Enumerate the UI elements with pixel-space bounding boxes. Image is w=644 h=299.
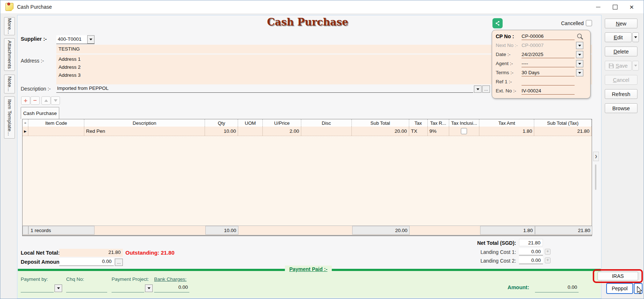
grid-data-row[interactable]: ▶Red Pen10.002.0020.00TX9%1.8021.80 <box>23 127 592 136</box>
grid-scrollbar-thumb[interactable] <box>595 164 596 190</box>
cell-sub-total-tax[interactable]: 21.80 <box>534 127 592 136</box>
supplier-dropdown-button[interactable] <box>87 35 94 44</box>
cell-tax-inclusive[interactable] <box>449 127 480 136</box>
payment-by-dropdown-button[interactable] <box>55 284 62 292</box>
maximize-button[interactable] <box>607 1 623 12</box>
column-header-item-code[interactable]: Item Code <box>28 119 84 127</box>
outstanding-amount: Outstanding: 21.80 <box>125 250 174 256</box>
info-row-ref-1: Ref 1 :- <box>492 78 590 87</box>
info-row-dropdown-button[interactable] <box>576 60 583 67</box>
supplier-combo[interactable]: 400-T0001 <box>56 35 94 44</box>
button-label: Save <box>616 63 628 69</box>
info-row-value[interactable]: CP-00007 <box>522 41 575 49</box>
column-header-tax-rate[interactable]: Tax R... <box>428 119 449 127</box>
add-row-button[interactable]: + <box>21 96 30 105</box>
column-header-sub-total-tax[interactable]: Sub Total (Tax) <box>534 119 592 127</box>
column-header-tax-amt[interactable]: Tax Amt <box>479 119 534 127</box>
description-more-button[interactable]: … <box>482 85 490 93</box>
iras-button[interactable]: IRAS <box>597 272 638 280</box>
refresh-button[interactable]: Refresh <box>605 89 637 99</box>
info-row-dropdown-button[interactable] <box>576 42 583 49</box>
info-row-value[interactable]: 30 Days <box>522 69 575 76</box>
description-dropdown-button[interactable] <box>474 85 482 93</box>
bank-charges-label[interactable]: Bank Charges: <box>154 276 186 282</box>
info-row-value[interactable]: ---- <box>522 60 575 67</box>
info-row-value[interactable]: 24/2/2025 <box>522 51 575 58</box>
cell-tax-amt[interactable]: 1.80 <box>479 127 534 136</box>
cancel-button[interactable]: Cancel <box>605 75 637 85</box>
deposit-amount-label: Deposit Amount: <box>21 259 63 265</box>
cp-no-search-button[interactable] <box>576 33 585 41</box>
column-header-tax-inclusive[interactable]: Tax Inclusi... <box>449 119 480 127</box>
column-header-uom[interactable]: UOM <box>238 119 263 127</box>
info-row-dropdown-button[interactable] <box>576 51 583 58</box>
payment-by-combo[interactable] <box>21 284 54 292</box>
column-header-qty[interactable]: Qty <box>205 119 238 127</box>
landing-cost-1-label: Landing Cost 1: <box>480 249 516 255</box>
info-row-value[interactable] <box>522 78 575 85</box>
description-input[interactable]: Imported from PEPPOL <box>56 85 473 93</box>
delete-button[interactable]: Delete <box>605 47 637 56</box>
sidebar-tab-attachments[interactable]: Attachments <box>4 38 15 71</box>
column-header-u-price[interactable]: U/Price <box>263 119 301 127</box>
magnifier-icon <box>576 33 584 41</box>
column-header-sub-total[interactable]: Sub Total <box>352 119 409 127</box>
landing-cost-2-input[interactable]: 0.00 <box>519 257 543 264</box>
cell-uom[interactable] <box>238 127 263 136</box>
sidebar-tab-item-template[interactable]: Item Template... <box>4 96 15 139</box>
deposit-more-button[interactable]: … <box>115 259 123 266</box>
column-header-disc[interactable]: Disc <box>301 119 352 127</box>
info-row-value[interactable]: CP-00006 <box>522 32 575 40</box>
new-button[interactable]: New <box>605 19 637 28</box>
cell-sub-total[interactable]: 20.00 <box>352 127 409 136</box>
minimize-button[interactable] <box>590 1 607 12</box>
landing-cost-1-add-button[interactable]: + <box>545 249 551 255</box>
cell-tax[interactable]: TX <box>409 127 428 136</box>
payment-project-combo[interactable] <box>112 284 144 292</box>
cell-item-code[interactable] <box>28 127 84 136</box>
save-dropdown-button[interactable] <box>632 61 639 71</box>
cell-u-price[interactable]: 2.00 <box>263 127 301 136</box>
edit-button[interactable]: Edit <box>605 32 632 42</box>
column-header-tax[interactable]: Tax <box>409 119 428 127</box>
column-chooser-icon[interactable]: ≡ <box>23 119 28 127</box>
form-title: Cash Purchase <box>267 16 348 28</box>
info-row-value[interactable]: IV-00024 <box>522 87 575 95</box>
cell-qty[interactable]: 10.00 <box>205 127 238 136</box>
landing-cost-1-input[interactable]: 0.00 <box>519 248 543 255</box>
landing-cost-2-add-button[interactable]: + <box>545 258 551 263</box>
peppol-button[interactable]: Peppol <box>606 283 633 294</box>
cell-disc[interactable] <box>301 127 352 136</box>
footer-qty-total: 10.00 <box>205 226 238 235</box>
row-selector[interactable]: ▶ <box>23 127 28 136</box>
info-row-dropdown-button[interactable] <box>576 69 583 76</box>
sidebar-tab-note[interactable]: Note... <box>4 75 15 93</box>
chevron-down-icon <box>476 88 479 90</box>
save-button[interactable]: Save <box>605 61 632 71</box>
move-row-up-button[interactable] <box>41 96 51 105</box>
bank-charges-input[interactable]: 0.00 <box>154 284 189 292</box>
share-button[interactable] <box>492 18 503 28</box>
cancelled-checkbox[interactable] <box>586 20 592 26</box>
grid-header-row: ≡Item CodeDescriptionQtyUOMU/PriceDiscSu… <box>23 119 592 127</box>
deposit-amount-input[interactable]: 0.00 <box>59 258 114 266</box>
chevron-down-icon <box>634 65 637 67</box>
sidebar-tab-more[interactable]: More... <box>4 17 15 35</box>
tax-inclusive-checkbox[interactable] <box>461 128 467 134</box>
move-row-down-button[interactable] <box>51 96 60 105</box>
browse-button[interactable]: Browse <box>605 103 637 113</box>
cell-tax-rate[interactable]: 9% <box>428 127 449 136</box>
remove-row-button[interactable]: − <box>31 96 40 105</box>
expand-side-panel-button[interactable]: ❯ <box>593 152 599 161</box>
mouse-cursor <box>636 286 643 294</box>
cell-description[interactable]: Red Pen <box>84 127 205 136</box>
info-row-label: Next No :- <box>496 43 518 48</box>
chq-no-input[interactable] <box>66 284 107 292</box>
amount-input[interactable]: 0.00 <box>535 284 579 292</box>
close-button[interactable]: ✕ <box>623 1 640 12</box>
chevron-down-icon <box>634 36 637 38</box>
edit-dropdown-button[interactable] <box>632 32 639 42</box>
payment-project-dropdown-button[interactable] <box>145 284 153 292</box>
column-header-description[interactable]: Description <box>84 119 205 127</box>
tab-cash-purchase[interactable]: Cash Purchase <box>21 107 59 119</box>
